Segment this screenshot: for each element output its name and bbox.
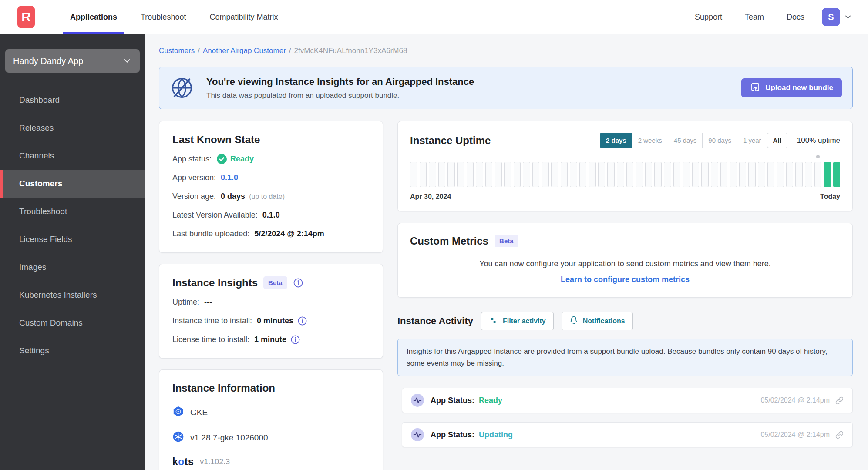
uptime-bar[interactable] bbox=[814, 162, 822, 187]
uptime-bar[interactable] bbox=[824, 162, 831, 187]
uptime-bar[interactable] bbox=[410, 162, 417, 187]
uptime-bar[interactable] bbox=[711, 162, 718, 187]
row-label: Version age: bbox=[172, 191, 216, 202]
uptime-bar[interactable] bbox=[654, 162, 662, 187]
sidebar-item[interactable]: Dashboard bbox=[0, 86, 145, 114]
activity-row[interactable]: App Status: Ready 05/02/2024 @ 2:14pm bbox=[402, 388, 853, 413]
uptime-bar[interactable] bbox=[523, 162, 530, 187]
uptime-bar[interactable] bbox=[833, 162, 841, 187]
sidebar-item[interactable]: Troubleshoot bbox=[0, 198, 145, 225]
uptime-bar[interactable] bbox=[504, 162, 511, 187]
uptime-bar[interactable] bbox=[730, 162, 737, 187]
nav-item[interactable]: Troubleshoot bbox=[129, 0, 198, 34]
uptime-bar[interactable] bbox=[447, 162, 455, 187]
custom-metrics-card: Custom Metrics Beta You can now configur… bbox=[397, 223, 853, 298]
uptime-bar[interactable] bbox=[542, 162, 549, 187]
time-range-button[interactable]: All bbox=[767, 133, 787, 148]
notifications-button[interactable]: Notifications bbox=[562, 312, 633, 330]
k8s-version-row: v1.28.7-gke.1026000 bbox=[172, 431, 370, 445]
uptime-bar[interactable] bbox=[739, 162, 747, 187]
uptime-bar[interactable] bbox=[777, 162, 784, 187]
permalink-icon[interactable] bbox=[835, 431, 844, 439]
activity-timestamp: 05/02/2024 @ 2:14pm bbox=[760, 431, 830, 439]
uptime-bar[interactable] bbox=[617, 162, 624, 187]
uptime-bar[interactable] bbox=[579, 162, 587, 187]
time-range-button[interactable]: 45 days bbox=[668, 133, 703, 148]
filter-activity-button[interactable]: Filter activity bbox=[481, 312, 554, 330]
sidebar-item[interactable]: License Fields bbox=[0, 225, 145, 253]
sidebar-item[interactable]: Channels bbox=[0, 142, 145, 170]
app-selector-dropdown[interactable]: Handy Dandy App bbox=[5, 49, 140, 73]
uptime-bar[interactable] bbox=[645, 162, 653, 187]
nav-item[interactable]: Applications bbox=[58, 0, 129, 34]
uptime-bar[interactable] bbox=[720, 162, 728, 187]
uptime-bar[interactable] bbox=[598, 162, 606, 187]
uptime-bar[interactable] bbox=[758, 162, 765, 187]
filter-button-label: Filter activity bbox=[503, 317, 546, 325]
uptime-bar[interactable] bbox=[476, 162, 483, 187]
uptime-bar[interactable] bbox=[532, 162, 540, 187]
uptime-bar[interactable] bbox=[467, 162, 474, 187]
uptime-bar[interactable] bbox=[701, 162, 709, 187]
banner-subtitle: This data was populated from an uploaded… bbox=[206, 91, 474, 100]
sidebar-item[interactable]: Customers bbox=[0, 170, 145, 198]
uptime-bar[interactable] bbox=[420, 162, 427, 187]
uptime-bar[interactable] bbox=[805, 162, 812, 187]
sidebar-item[interactable]: Images bbox=[0, 253, 145, 281]
avatar[interactable]: S bbox=[822, 8, 840, 26]
uptime-bar[interactable] bbox=[767, 162, 775, 187]
uptime-bar[interactable] bbox=[495, 162, 502, 187]
permalink-icon[interactable] bbox=[835, 396, 844, 405]
check-circle-icon bbox=[216, 154, 227, 164]
configure-metrics-link[interactable]: Learn to configure custom metrics bbox=[410, 275, 840, 284]
time-range-button[interactable]: 2 days bbox=[600, 133, 632, 148]
instance-install-value: 0 minutes bbox=[257, 316, 293, 326]
last-known-state-card: Last Known State App status: Ready App v… bbox=[159, 121, 383, 253]
breadcrumb-customers-link[interactable]: Customers bbox=[159, 47, 195, 55]
nav-item[interactable]: Docs bbox=[775, 13, 816, 22]
uptime-bar[interactable] bbox=[457, 162, 464, 187]
uptime-bar[interactable] bbox=[570, 162, 577, 187]
nav-item[interactable]: Team bbox=[733, 13, 775, 22]
beta-badge: Beta bbox=[495, 235, 518, 247]
uptime-bar[interactable] bbox=[485, 162, 493, 187]
nav-item[interactable]: Support bbox=[683, 13, 733, 22]
uptime-bar[interactable] bbox=[795, 162, 803, 187]
sidebar-item[interactable]: Releases bbox=[0, 114, 145, 142]
activity-row[interactable]: App Status: Updating 05/02/2024 @ 2:14pm bbox=[402, 422, 853, 447]
uptime-bar[interactable] bbox=[664, 162, 671, 187]
uptime-bar[interactable] bbox=[692, 162, 700, 187]
nav-item[interactable]: Compatibility Matrix bbox=[198, 0, 289, 34]
sidebar-item[interactable]: Settings bbox=[0, 337, 145, 365]
upload-new-bundle-button[interactable]: Upload new bundle bbox=[741, 78, 842, 97]
uptime-row: Uptime: --- bbox=[172, 297, 370, 308]
breadcrumb-customer-link[interactable]: Another Airgap Customer bbox=[203, 47, 286, 55]
uptime-bar[interactable] bbox=[636, 162, 643, 187]
replicated-logo[interactable]: R bbox=[17, 6, 35, 28]
time-range-button[interactable]: 2 weeks bbox=[632, 133, 668, 148]
time-range-button[interactable]: 1 year bbox=[737, 133, 767, 148]
uptime-bar[interactable] bbox=[673, 162, 681, 187]
info-icon[interactable] bbox=[293, 278, 303, 288]
uptime-bar[interactable] bbox=[607, 162, 615, 187]
info-icon[interactable] bbox=[297, 316, 307, 326]
sidebar-item[interactable]: Custom Domains bbox=[0, 309, 145, 337]
uptime-bar[interactable] bbox=[551, 162, 558, 187]
breadcrumb-separator: / bbox=[198, 47, 200, 55]
uptime-bar[interactable] bbox=[626, 162, 634, 187]
uptime-bar[interactable] bbox=[561, 162, 568, 187]
sidebar-item-label: Troubleshoot bbox=[19, 207, 67, 216]
sidebar-item[interactable]: Kubernetes Installers bbox=[0, 281, 145, 309]
uptime-bar[interactable] bbox=[438, 162, 446, 187]
uptime-bar[interactable] bbox=[514, 162, 521, 187]
account-menu[interactable]: S bbox=[822, 8, 852, 26]
uptime-bar[interactable] bbox=[429, 162, 436, 187]
app-version-link[interactable]: 0.1.0 bbox=[221, 172, 238, 183]
time-range-button[interactable]: 90 days bbox=[702, 133, 737, 148]
uptime-bar[interactable] bbox=[786, 162, 794, 187]
uptime-bar[interactable] bbox=[589, 162, 596, 187]
uptime-bar[interactable] bbox=[748, 162, 756, 187]
uptime-percentage: 100% uptime bbox=[797, 136, 840, 145]
info-icon[interactable] bbox=[290, 335, 300, 345]
uptime-bar[interactable] bbox=[683, 162, 690, 187]
